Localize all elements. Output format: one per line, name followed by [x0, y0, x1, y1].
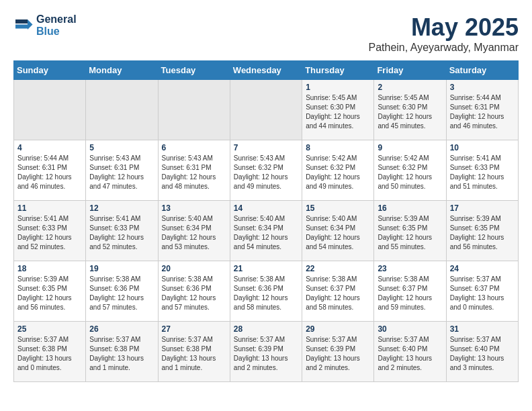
calendar-cell: 30Sunrise: 5:37 AM Sunset: 6:40 PM Dayli…	[374, 322, 446, 382]
day-number: 1	[306, 83, 370, 92]
calendar-cell: 6Sunrise: 5:43 AM Sunset: 6:31 PM Daylig…	[158, 140, 230, 201]
calendar-cell: 31Sunrise: 5:37 AM Sunset: 6:40 PM Dayli…	[446, 322, 518, 382]
day-info: Sunrise: 5:37 AM Sunset: 6:39 PM Dayligh…	[234, 335, 298, 373]
weekday-header: Saturday	[446, 61, 518, 80]
calendar-cell: 2Sunrise: 5:45 AM Sunset: 6:30 PM Daylig…	[374, 80, 446, 140]
calendar-cell: 16Sunrise: 5:39 AM Sunset: 6:35 PM Dayli…	[374, 201, 446, 261]
day-number: 5	[89, 143, 154, 152]
calendar-cell: 13Sunrise: 5:40 AM Sunset: 6:34 PM Dayli…	[158, 201, 230, 261]
day-info: Sunrise: 5:45 AM Sunset: 6:30 PM Dayligh…	[306, 93, 370, 131]
calendar-cell: 14Sunrise: 5:40 AM Sunset: 6:34 PM Dayli…	[230, 201, 302, 261]
svg-rect-3	[15, 24, 28, 28]
weekday-header: Sunday	[14, 61, 86, 80]
calendar-week-row: 4Sunrise: 5:44 AM Sunset: 6:31 PM Daylig…	[14, 140, 519, 201]
calendar-cell: 21Sunrise: 5:38 AM Sunset: 6:36 PM Dayli…	[230, 261, 302, 322]
day-info: Sunrise: 5:39 AM Sunset: 6:35 PM Dayligh…	[378, 214, 442, 252]
weekday-header: Tuesday	[158, 61, 230, 80]
day-info: Sunrise: 5:37 AM Sunset: 6:39 PM Dayligh…	[306, 335, 370, 373]
page-header: General Blue May 2025 Pathein, Ayeyarwad…	[13, 13, 519, 54]
day-info: Sunrise: 5:45 AM Sunset: 6:30 PM Dayligh…	[378, 93, 442, 131]
day-number: 29	[306, 324, 370, 334]
weekday-header-row: SundayMondayTuesdayWednesdayThursdayFrid…	[14, 61, 519, 80]
day-info: Sunrise: 5:38 AM Sunset: 6:37 PM Dayligh…	[306, 275, 370, 312]
day-info: Sunrise: 5:38 AM Sunset: 6:37 PM Dayligh…	[378, 275, 442, 312]
calendar-cell: 10Sunrise: 5:41 AM Sunset: 6:33 PM Dayli…	[446, 140, 518, 201]
weekday-header: Thursday	[302, 61, 374, 80]
day-number: 3	[450, 83, 515, 92]
logo-text: General Blue	[36, 13, 77, 37]
day-number: 20	[162, 264, 226, 273]
day-number: 13	[162, 203, 226, 213]
calendar-cell	[14, 80, 86, 140]
day-info: Sunrise: 5:37 AM Sunset: 6:38 PM Dayligh…	[17, 335, 82, 373]
logo: General Blue	[13, 13, 77, 37]
day-info: Sunrise: 5:38 AM Sunset: 6:36 PM Dayligh…	[89, 275, 154, 312]
day-info: Sunrise: 5:44 AM Sunset: 6:31 PM Dayligh…	[17, 154, 82, 191]
day-number: 23	[378, 264, 442, 273]
calendar-table: SundayMondayTuesdayWednesdayThursdayFrid…	[13, 60, 519, 382]
calendar-cell: 24Sunrise: 5:37 AM Sunset: 6:37 PM Dayli…	[446, 261, 518, 322]
day-number: 25	[17, 324, 82, 334]
calendar-cell	[230, 80, 302, 140]
day-number: 27	[162, 324, 226, 334]
calendar-cell: 7Sunrise: 5:43 AM Sunset: 6:32 PM Daylig…	[230, 140, 302, 201]
calendar-week-row: 1Sunrise: 5:45 AM Sunset: 6:30 PM Daylig…	[14, 80, 519, 140]
day-number: 11	[17, 203, 82, 213]
day-info: Sunrise: 5:42 AM Sunset: 6:32 PM Dayligh…	[306, 154, 370, 191]
day-number: 22	[306, 264, 370, 273]
calendar-cell: 12Sunrise: 5:41 AM Sunset: 6:33 PM Dayli…	[86, 201, 158, 261]
logo-line1: General	[36, 13, 77, 26]
day-number: 17	[450, 203, 515, 213]
day-info: Sunrise: 5:44 AM Sunset: 6:31 PM Dayligh…	[450, 93, 515, 131]
day-info: Sunrise: 5:39 AM Sunset: 6:35 PM Dayligh…	[17, 275, 82, 312]
day-number: 21	[234, 264, 298, 273]
day-number: 24	[450, 264, 515, 273]
calendar-week-row: 11Sunrise: 5:41 AM Sunset: 6:33 PM Dayli…	[14, 201, 519, 261]
calendar-cell: 15Sunrise: 5:40 AM Sunset: 6:34 PM Dayli…	[302, 201, 374, 261]
day-number: 30	[378, 324, 442, 334]
day-number: 15	[306, 203, 370, 213]
calendar-cell: 23Sunrise: 5:38 AM Sunset: 6:37 PM Dayli…	[374, 261, 446, 322]
day-info: Sunrise: 5:38 AM Sunset: 6:36 PM Dayligh…	[162, 275, 226, 312]
calendar-subtitle: Pathein, Ayeyarwady, Myanmar	[368, 42, 519, 54]
day-number: 28	[234, 324, 298, 334]
day-number: 16	[378, 203, 442, 213]
svg-rect-2	[15, 19, 28, 24]
day-number: 9	[378, 143, 442, 152]
calendar-cell: 17Sunrise: 5:39 AM Sunset: 6:35 PM Dayli…	[446, 201, 518, 261]
calendar-cell: 1Sunrise: 5:45 AM Sunset: 6:30 PM Daylig…	[302, 80, 374, 140]
calendar-cell: 29Sunrise: 5:37 AM Sunset: 6:39 PM Dayli…	[302, 322, 374, 382]
day-info: Sunrise: 5:42 AM Sunset: 6:32 PM Dayligh…	[378, 154, 442, 191]
day-info: Sunrise: 5:41 AM Sunset: 6:33 PM Dayligh…	[450, 154, 515, 191]
weekday-header: Monday	[86, 61, 158, 80]
day-number: 14	[234, 203, 298, 213]
calendar-cell	[158, 80, 230, 140]
logo-line2: Blue	[36, 26, 77, 38]
day-info: Sunrise: 5:37 AM Sunset: 6:40 PM Dayligh…	[378, 335, 442, 373]
day-number: 7	[234, 143, 298, 152]
calendar-cell: 5Sunrise: 5:43 AM Sunset: 6:31 PM Daylig…	[86, 140, 158, 201]
day-number: 10	[450, 143, 515, 152]
weekday-header: Wednesday	[230, 61, 302, 80]
day-number: 12	[89, 203, 154, 213]
day-info: Sunrise: 5:43 AM Sunset: 6:31 PM Dayligh…	[89, 154, 154, 191]
day-number: 18	[17, 264, 82, 273]
day-info: Sunrise: 5:37 AM Sunset: 6:37 PM Dayligh…	[450, 275, 515, 312]
calendar-title: May 2025	[368, 13, 519, 42]
day-info: Sunrise: 5:41 AM Sunset: 6:33 PM Dayligh…	[17, 214, 82, 252]
calendar-cell: 26Sunrise: 5:37 AM Sunset: 6:38 PM Dayli…	[86, 322, 158, 382]
day-number: 26	[89, 324, 154, 334]
calendar-cell: 22Sunrise: 5:38 AM Sunset: 6:37 PM Dayli…	[302, 261, 374, 322]
day-number: 4	[17, 143, 82, 152]
calendar-week-row: 25Sunrise: 5:37 AM Sunset: 6:38 PM Dayli…	[14, 322, 519, 382]
day-number: 6	[162, 143, 226, 152]
calendar-cell: 28Sunrise: 5:37 AM Sunset: 6:39 PM Dayli…	[230, 322, 302, 382]
day-info: Sunrise: 5:37 AM Sunset: 6:38 PM Dayligh…	[162, 335, 226, 373]
day-number: 8	[306, 143, 370, 152]
day-number: 31	[450, 324, 515, 334]
calendar-cell: 19Sunrise: 5:38 AM Sunset: 6:36 PM Dayli…	[86, 261, 158, 322]
day-info: Sunrise: 5:38 AM Sunset: 6:36 PM Dayligh…	[234, 275, 298, 312]
day-number: 2	[378, 83, 442, 92]
calendar-cell: 20Sunrise: 5:38 AM Sunset: 6:36 PM Dayli…	[158, 261, 230, 322]
calendar-cell: 11Sunrise: 5:41 AM Sunset: 6:33 PM Dayli…	[14, 201, 86, 261]
